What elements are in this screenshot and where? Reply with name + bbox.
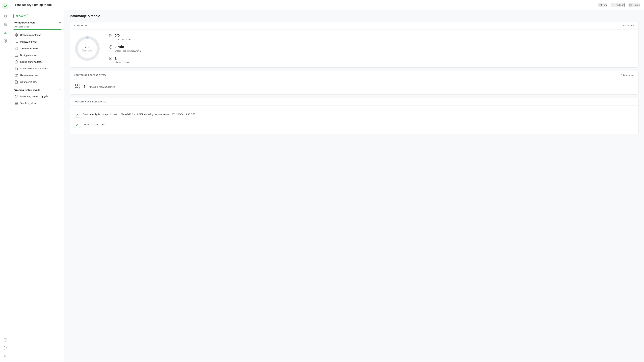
stat-pass-fail: 0/0 Zdało / Nie zdało	[109, 34, 141, 41]
config-section-toggle[interactable]	[58, 21, 62, 24]
donut-chart: - % Średni wynik	[74, 35, 101, 62]
monitoring-section-title: MONITORING RESPONDENTÓW	[74, 74, 106, 76]
sidebar-item-startpage[interactable]: Strona startowa testu	[14, 58, 62, 65]
stat-pass-fail-sub: Zdało / Nie zdało	[114, 38, 131, 41]
time-icon	[15, 74, 18, 77]
sidebar-item-access[interactable]: Dostęp do testu	[14, 52, 62, 58]
checkbox-icon	[109, 56, 112, 60]
certificate-label: Wzór certyfikatu	[20, 81, 37, 83]
nav-grid-icon[interactable]	[2, 14, 9, 20]
results-section: Przebieg testu i wyniki Monitoring rozwi…	[11, 88, 64, 106]
sidebar-item-monitoring[interactable]: Monitoring rozwiązujących	[14, 93, 62, 100]
settings-icon	[15, 33, 18, 37]
config-summary-title: PODSUMOWANIE KONFIGURACJI	[74, 101, 108, 103]
nav-logout-icon[interactable]	[2, 344, 9, 351]
check-square-icon	[109, 34, 112, 38]
config-summary-header: PODSUMOWANIE KONFIGURACJI	[70, 98, 638, 106]
grading-icon	[15, 67, 18, 70]
donut-label: Średni wynik	[82, 50, 93, 52]
svg-rect-41	[109, 57, 112, 60]
certificate-icon	[15, 80, 18, 84]
time-label: Ustawienia czasu	[20, 74, 38, 77]
print-button[interactable]: Drukuj	[628, 3, 640, 7]
questions-label: Menedżer pytań	[20, 40, 37, 43]
results-table-icon	[15, 102, 18, 105]
config-text-1: Dostęp do testu: Link	[83, 122, 105, 126]
stat-completions: 1 Ukończeń testu	[109, 56, 141, 64]
sidebar-item-questions[interactable]: Menedżer pytań	[14, 38, 62, 45]
config-section: Konfiguracja testu 100% ukończono	[11, 21, 64, 85]
sidebar: AKTYWNY Konfiguracja testu 100% ukończon…	[11, 10, 64, 362]
monitoring-count: 1	[83, 84, 86, 90]
config-summary-card: PODSUMOWANIE KONFIGURACJI Data zamknięci…	[70, 98, 639, 134]
results-section-toggle[interactable]	[58, 88, 62, 92]
svg-point-5	[4, 24, 5, 25]
info-icon	[599, 4, 602, 6]
sidebar-item-grading[interactable]: Ocenianie i podsumowanie	[14, 65, 62, 72]
nav-help-icon[interactable]	[2, 336, 9, 343]
svg-rect-26	[17, 47, 18, 48]
results-section-title: Przebieg testu i wyniki	[14, 88, 40, 92]
config-check-1	[74, 122, 80, 128]
config-section-title: Konfiguracja testu	[14, 21, 36, 24]
grading-label: Ocenianie i podsumowanie	[20, 67, 48, 70]
stat-pass-fail-value: 0/0	[114, 34, 131, 38]
page-title: Test wiedzy i umiejętności	[15, 3, 598, 7]
config-summary-body: Data zamknięcia dostępu do testu: 2024-0…	[70, 106, 638, 134]
results-table-label: Tabela wyników	[20, 102, 36, 104]
progress-wrapper: 100% ukończono	[14, 26, 62, 30]
startpage-label: Strona startowa testu	[20, 60, 42, 63]
svg-rect-2	[6, 16, 6, 16]
sets-label: Zestawy testowe	[20, 47, 38, 50]
statistics-card: STATYSTYKI Zobacz więcej - %	[70, 21, 639, 68]
info-button[interactable]: Info	[598, 3, 607, 7]
config-item-1: Dostęp do testu: Link	[74, 120, 634, 130]
preview-button[interactable]: Podgląd	[611, 3, 624, 7]
stats-metrics: 0/0 Zdało / Nie zdało	[109, 34, 141, 64]
status-badge: AKTYWNY	[14, 14, 28, 18]
statistics-see-more[interactable]: Zobacz więcej	[621, 24, 634, 27]
svg-rect-3	[4, 17, 5, 18]
svg-point-0	[2, 3, 9, 10]
top-header: Test wiedzy i umiejętności Info Podgląd	[11, 0, 644, 10]
stat-completions-sub: Ukończeń testu	[114, 61, 130, 64]
printer-icon	[629, 4, 632, 6]
svg-point-42	[75, 84, 78, 86]
sidebar-item-sets[interactable]: Zestawy testowe	[14, 45, 62, 52]
svg-rect-29	[15, 55, 18, 56]
sidebar-item-time[interactable]: Ustawienia czasu	[14, 72, 62, 79]
svg-rect-17	[630, 5, 631, 6]
statistics-header: STATYSTYKI Zobacz więcej	[70, 22, 638, 30]
stat-completions-value: 1	[114, 56, 130, 60]
nav-expand-icon[interactable]	[2, 352, 9, 359]
monitoring-icon	[15, 95, 18, 98]
sidebar-item-settings[interactable]: Ustawienia wstępne	[14, 32, 62, 38]
svg-rect-28	[17, 49, 18, 50]
stat-time-sub: Średni czas rozwiązywania	[114, 50, 141, 52]
app-logo[interactable]	[2, 3, 9, 10]
svg-point-33	[16, 96, 17, 97]
monitoring-label-text: Aktualnie rozwiązujących	[89, 86, 115, 88]
settings-label: Ustawienia wstępne	[20, 34, 41, 36]
progress-bar-bg	[14, 29, 62, 30]
nav-bar	[0, 0, 11, 362]
progress-bar-fill	[14, 29, 62, 30]
monitoring-see-more[interactable]: Zobacz więcej	[621, 74, 634, 76]
statistics-body: - % Średni wynik	[70, 30, 638, 68]
svg-point-16	[613, 4, 614, 5]
header-actions: Info Podgląd Drukuj	[598, 3, 640, 7]
nav-users-icon[interactable]	[2, 22, 9, 28]
statistics-title: STATYSTYKI	[74, 24, 87, 26]
nav-chart-icon[interactable]	[2, 30, 9, 36]
nav-settings-icon[interactable]	[2, 38, 9, 44]
stats-content: - % Średni wynik	[74, 34, 634, 64]
stat-time: 2 min Średni czas rozwiązywania	[109, 45, 141, 52]
preview-icon	[612, 4, 614, 6]
sidebar-item-certificate[interactable]: Wzór certyfikatu	[14, 79, 62, 85]
checkmark-icon-0	[76, 113, 78, 116]
questions-icon	[15, 40, 18, 44]
sidebar-item-results-table[interactable]: Tabela wyników	[14, 100, 62, 106]
donut-percent: - %	[85, 45, 90, 49]
monitoring-card: MONITORING RESPONDENTÓW Zobacz więcej	[70, 71, 639, 94]
stat-time-value: 2 min	[114, 45, 141, 49]
